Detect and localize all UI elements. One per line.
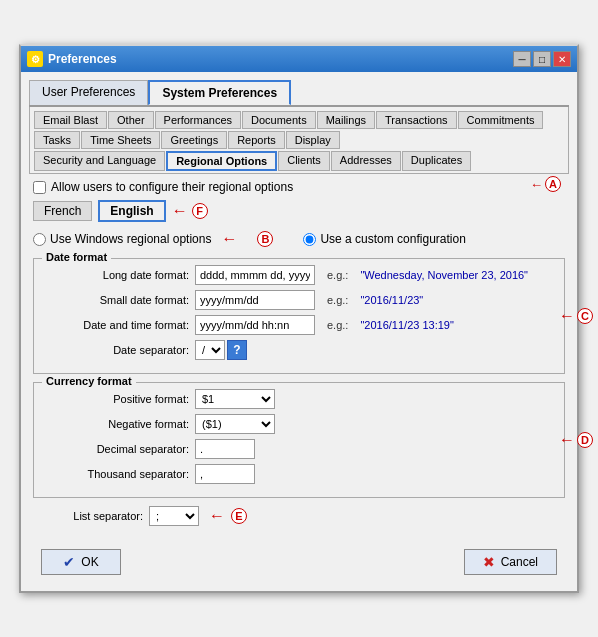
annotation-d-label: D xyxy=(577,432,593,448)
tab-email-blast[interactable]: Email Blast xyxy=(34,111,107,129)
lang-tab-english[interactable]: English xyxy=(98,200,165,222)
help-button[interactable]: ? xyxy=(227,340,247,360)
small-date-input[interactable] xyxy=(195,290,315,310)
date-separator-wrapper: / - . ? xyxy=(195,340,247,360)
radio-custom-input[interactable] xyxy=(303,233,316,246)
cancel-button[interactable]: ✖ Cancel xyxy=(464,549,557,575)
thousand-separator-label: Thousand separator: xyxy=(44,468,189,480)
date-separator-label: Date separator: xyxy=(44,344,189,356)
tab-documents[interactable]: Documents xyxy=(242,111,316,129)
allow-users-checkbox[interactable] xyxy=(33,181,46,194)
long-date-example-value: "Wednesday, November 23, 2016" xyxy=(360,269,528,281)
long-date-input[interactable] xyxy=(195,265,315,285)
tab-clients[interactable]: Clients xyxy=(278,151,330,171)
lang-tab-french[interactable]: French xyxy=(33,201,92,221)
sub-tab-row-2: Tasks Time Sheets Greetings Reports Disp… xyxy=(34,131,564,149)
tab-tasks[interactable]: Tasks xyxy=(34,131,80,149)
sub-tab-row-3: Security and Language Regional Options C… xyxy=(34,151,564,171)
tab-duplicates[interactable]: Duplicates xyxy=(402,151,471,171)
small-date-row: Small date format: e.g.: "2016/11/23" xyxy=(44,290,554,310)
currency-format-title: Currency format xyxy=(42,375,136,387)
date-format-section: Date format Long date format: e.g.: "Wed… xyxy=(33,258,565,374)
radio-row: Use Windows regional options ← B Use a c… xyxy=(33,230,565,248)
arrow-c: ← xyxy=(559,307,575,325)
cancel-label: Cancel xyxy=(501,555,538,569)
decimal-separator-label: Decimal separator: xyxy=(44,443,189,455)
footer: ✔ OK ✖ Cancel xyxy=(29,541,569,583)
ok-label: OK xyxy=(81,555,98,569)
tab-performances[interactable]: Performances xyxy=(155,111,241,129)
decimal-separator-row: Decimal separator: xyxy=(44,439,554,459)
negative-format-label: Negative format: xyxy=(44,418,189,430)
date-separator-select[interactable]: / - . xyxy=(195,340,225,360)
negative-format-select[interactable]: ($1) -$1 $-1 xyxy=(195,414,275,434)
annotation-a: ← A xyxy=(530,176,561,192)
content-area: ← A Allow users to configure their regio… xyxy=(29,174,569,537)
radio-custom[interactable]: Use a custom configuration xyxy=(303,232,465,246)
currency-format-section: Currency format Positive format: $1 1$ $… xyxy=(33,382,565,498)
tab-display[interactable]: Display xyxy=(286,131,340,149)
annotation-a-label: A xyxy=(545,176,561,192)
annotation-e-label: E xyxy=(231,508,247,524)
radio-windows-input[interactable] xyxy=(33,233,46,246)
small-date-label: Small date format: xyxy=(44,294,189,306)
main-tab-row: User Preferences System Preferences xyxy=(29,80,569,107)
window-body: User Preferences System Preferences Emai… xyxy=(21,72,577,591)
list-separator-row: List separator: ; , | ← E xyxy=(33,506,565,526)
small-date-example-prefix: e.g.: xyxy=(327,294,348,306)
list-separator-select[interactable]: ; , | xyxy=(149,506,199,526)
title-buttons: ─ □ ✕ xyxy=(513,51,571,67)
arrow-b: ← xyxy=(221,230,237,248)
tab-commitments[interactable]: Commitments xyxy=(458,111,544,129)
sub-tabs-container: Email Blast Other Performances Documents… xyxy=(29,107,569,174)
close-button[interactable]: ✕ xyxy=(553,51,571,67)
long-date-row: Long date format: e.g.: "Wednesday, Nove… xyxy=(44,265,554,285)
radio-windows[interactable]: Use Windows regional options xyxy=(33,232,211,246)
tab-security-language[interactable]: Security and Language xyxy=(34,151,165,171)
datetime-row: Date and time format: e.g.: "2016/11/23 … xyxy=(44,315,554,335)
annotation-b-label: B xyxy=(257,231,273,247)
minimize-button[interactable]: ─ xyxy=(513,51,531,67)
tab-reports[interactable]: Reports xyxy=(228,131,285,149)
maximize-button[interactable]: □ xyxy=(533,51,551,67)
tab-other[interactable]: Other xyxy=(108,111,154,129)
currency-section-wrapper: Currency format Positive format: $1 1$ $… xyxy=(33,382,565,498)
negative-format-row: Negative format: ($1) -$1 $-1 xyxy=(44,414,554,434)
radio-windows-label: Use Windows regional options xyxy=(50,232,211,246)
datetime-example-value: "2016/11/23 13:19" xyxy=(360,319,453,331)
tab-regional-options[interactable]: Regional Options xyxy=(166,151,277,171)
ok-button[interactable]: ✔ OK xyxy=(41,549,121,575)
positive-format-select[interactable]: $1 1$ $ 1 xyxy=(195,389,275,409)
annotation-f-label: F xyxy=(192,203,208,219)
radio-custom-label: Use a custom configuration xyxy=(320,232,465,246)
long-date-label: Long date format: xyxy=(44,269,189,281)
tab-addresses[interactable]: Addresses xyxy=(331,151,401,171)
allow-users-row: Allow users to configure their regional … xyxy=(33,180,565,194)
tab-greetings[interactable]: Greetings xyxy=(161,131,227,149)
title-bar: ⚙ Preferences ─ □ ✕ xyxy=(21,46,577,72)
tab-user-preferences[interactable]: User Preferences xyxy=(29,80,148,105)
tab-time-sheets[interactable]: Time Sheets xyxy=(81,131,160,149)
date-separator-row: Date separator: / - . ? xyxy=(44,340,554,360)
decimal-separator-input[interactable] xyxy=(195,439,255,459)
long-date-example-prefix: e.g.: xyxy=(327,269,348,281)
title-bar-left: ⚙ Preferences xyxy=(27,51,117,67)
tab-mailings[interactable]: Mailings xyxy=(317,111,375,129)
annotation-c-label: C xyxy=(577,308,593,324)
sub-tab-row-1: Email Blast Other Performances Documents… xyxy=(34,111,564,129)
datetime-input[interactable] xyxy=(195,315,315,335)
annotation-c: ← C xyxy=(559,307,593,325)
tab-system-preferences[interactable]: System Preferences xyxy=(148,80,291,105)
date-section-wrapper: Date format Long date format: e.g.: "Wed… xyxy=(33,258,565,374)
thousand-separator-input[interactable] xyxy=(195,464,255,484)
arrow-d: ← xyxy=(559,431,575,449)
list-separator-label: List separator: xyxy=(33,510,143,522)
date-format-title: Date format xyxy=(42,251,111,263)
list-separator-wrapper: ; , | xyxy=(149,506,199,526)
thousand-separator-row: Thousand separator: xyxy=(44,464,554,484)
annotation-d: ← D xyxy=(559,431,593,449)
preferences-window: ⚙ Preferences ─ □ ✕ User Preferences Sys… xyxy=(19,44,579,593)
datetime-label: Date and time format: xyxy=(44,319,189,331)
tab-transactions[interactable]: Transactions xyxy=(376,111,457,129)
small-date-example-value: "2016/11/23" xyxy=(360,294,423,306)
